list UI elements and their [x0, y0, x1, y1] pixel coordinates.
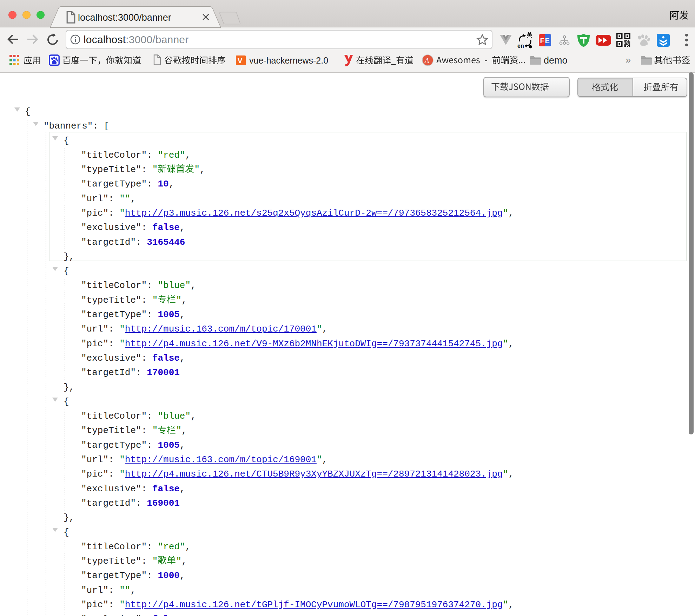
svg-text:F: F [540, 37, 544, 45]
svg-text:E: E [545, 37, 550, 45]
svg-text:en: en [517, 43, 524, 49]
svg-text:A: A [424, 57, 429, 64]
svg-text:V: V [238, 57, 243, 65]
